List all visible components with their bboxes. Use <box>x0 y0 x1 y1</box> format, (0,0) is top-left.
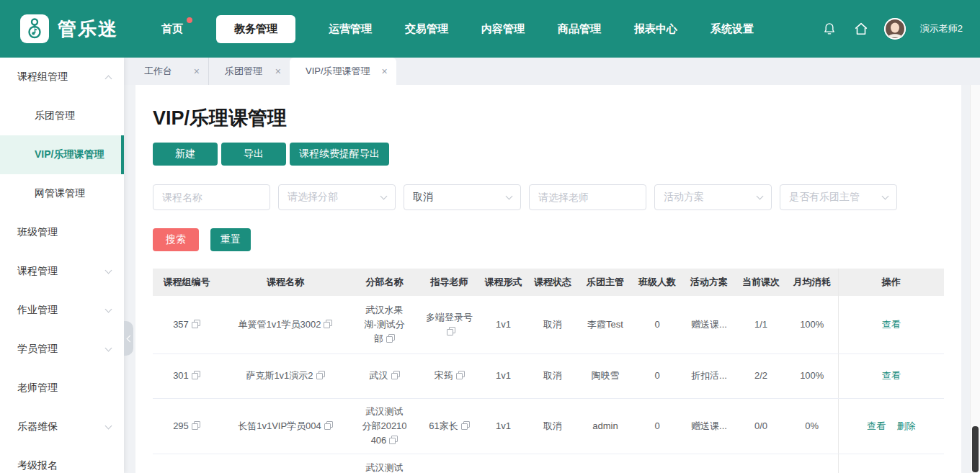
brand-name: 管乐迷 <box>58 17 118 42</box>
app-window: 管乐迷 首页 教务管理 运营管理 交易管理 内容管理 商品管理 报 <box>0 0 980 473</box>
close-icon[interactable]: × <box>194 66 200 76</box>
sidebar-item-exam-registration[interactable]: 考级报名 <box>0 446 124 473</box>
home-icon[interactable] <box>852 20 870 37</box>
chevron-down-icon <box>105 344 112 351</box>
reset-button[interactable]: 重置 <box>210 228 251 251</box>
col-header-form: 课程形式 <box>480 269 527 296</box>
sidebar-item-vip-theory-mgmt[interactable]: VIP/乐理课管理 <box>0 135 124 174</box>
course-table: 课程组编号 课程名称 分部名称 指导老师 课程形式 课程状态 乐团主管 班级人数… <box>153 269 944 473</box>
sidebar-item-homework-mgmt[interactable]: 作业管理 <box>0 291 124 330</box>
nav-item-home[interactable]: 首页 <box>161 22 183 36</box>
copy-icon[interactable] <box>316 371 325 379</box>
nav-item-operation-mgmt[interactable]: 运营管理 <box>329 22 372 36</box>
orchestra-manager-select[interactable]: 是否有乐团主管 <box>780 184 897 210</box>
copy-icon[interactable] <box>391 371 400 379</box>
body-row: 课程组管理 乐团管理 VIP/乐理课管理 网管课管理 班级管理 课程管理 作业管… <box>0 58 980 473</box>
copy-icon[interactable] <box>192 320 200 328</box>
create-button[interactable]: 新建 <box>153 143 218 166</box>
sidebar-item-course-group-mgmt[interactable]: 课程组管理 <box>0 58 124 96</box>
navbar-right: 演示老师2 <box>821 18 963 40</box>
copy-icon[interactable] <box>324 320 332 328</box>
col-header-group-id: 课程组编号 <box>153 269 220 296</box>
sidebar-item-course-mgmt[interactable]: 课程管理 <box>0 252 124 291</box>
scrollbar-thumb[interactable] <box>972 426 979 472</box>
copy-icon[interactable] <box>447 327 455 335</box>
table-row: 295 长笛1v1VIP学员004 武汉测试分部20210406 61家长 1v… <box>153 398 944 454</box>
tabs-bar: 工作台 × 乐团管理 × VIP/乐理课管理 × <box>124 58 980 85</box>
course-name-input[interactable] <box>153 184 270 210</box>
delete-link[interactable]: 删除 <box>897 420 916 431</box>
copy-icon[interactable] <box>456 371 465 379</box>
renewal-export-button[interactable]: 课程续费提醒导出 <box>290 143 389 166</box>
copy-icon[interactable] <box>324 421 333 430</box>
content-card: VIP/乐理课管理 新建 导出 课程续费提醒导出 请选择分部 取消 <box>135 85 961 473</box>
close-icon[interactable]: × <box>275 66 281 76</box>
copy-icon[interactable] <box>386 334 395 343</box>
col-header-manager: 乐团主管 <box>579 269 632 296</box>
col-header-plan: 活动方案 <box>682 269 736 296</box>
view-link[interactable]: 查看 <box>867 420 886 431</box>
copy-icon[interactable] <box>192 371 200 379</box>
sidebar: 课程组管理 乐团管理 VIP/乐理课管理 网管课管理 班级管理 课程管理 作业管… <box>0 58 124 473</box>
sidebar-item-student-mgmt[interactable]: 学员管理 <box>0 330 124 369</box>
nav-item-system-settings[interactable]: 系统设置 <box>710 22 754 36</box>
chevron-up-icon <box>105 75 112 82</box>
bell-icon[interactable] <box>821 20 838 37</box>
col-header-status: 课程状态 <box>527 269 579 296</box>
table-row: 357 单簧管1v1学员3002 武汉水果湖-测试分部 多端登录号 1v1 取消… <box>153 296 944 353</box>
brand[interactable]: 管乐迷 <box>20 14 118 43</box>
page-content: VIP/乐理课管理 新建 导出 课程续费提醒导出 请选择分部 取消 <box>124 85 980 473</box>
course-status-select[interactable]: 取消 <box>404 184 521 210</box>
sidebar-collapse-handle[interactable] <box>124 321 133 356</box>
sidebar-item-class-mgmt[interactable]: 班级管理 <box>0 213 124 252</box>
chevron-down-icon <box>757 192 764 199</box>
nav-item-trade-mgmt[interactable]: 交易管理 <box>405 22 448 36</box>
search-button[interactable]: 搜索 <box>153 228 199 251</box>
action-buttons: 新建 导出 课程续费提醒导出 <box>153 143 944 166</box>
table-header-row: 课程组编号 课程名称 分部名称 指导老师 课程形式 课程状态 乐团主管 班级人数… <box>153 269 944 296</box>
tab-workbench[interactable]: 工作台 × <box>128 58 209 85</box>
sidebar-item-instrument-maintenance[interactable]: 乐器维保 <box>0 407 124 446</box>
main-area: 工作台 × 乐团管理 × VIP/乐理课管理 × VIP/乐理课管理 新建 <box>124 58 980 473</box>
search-toolbar: 搜索 重置 <box>153 228 944 251</box>
chevron-down-icon <box>105 422 112 429</box>
close-icon[interactable]: × <box>382 66 388 76</box>
chevron-down-icon <box>105 266 112 274</box>
tab-orchestra-mgmt[interactable]: 乐团管理 × <box>209 58 290 85</box>
chevron-down-icon <box>882 192 889 199</box>
username[interactable]: 演示老师2 <box>920 22 963 35</box>
teacher-select-input[interactable] <box>529 184 646 210</box>
col-header-teacher: 指导老师 <box>419 269 480 296</box>
main-nav: 首页 教务管理 运营管理 交易管理 内容管理 商品管理 报表中心 系统设置 <box>161 15 754 43</box>
col-header-actions: 操作 <box>838 269 944 296</box>
avatar[interactable] <box>884 18 906 40</box>
brand-logo-icon <box>20 14 49 43</box>
chevron-down-icon <box>506 192 513 199</box>
nav-item-report-center[interactable]: 报表中心 <box>634 22 677 36</box>
export-button[interactable]: 导出 <box>221 143 286 166</box>
vertical-scrollbar[interactable] <box>970 85 980 473</box>
sidebar-item-web-course-mgmt[interactable]: 网管课管理 <box>0 174 124 213</box>
sidebar-item-teacher-mgmt[interactable]: 老师管理 <box>0 369 124 407</box>
copy-icon[interactable] <box>389 436 398 444</box>
col-header-class-size: 班级人数 <box>632 269 682 296</box>
notification-dot-icon <box>187 17 192 23</box>
copy-icon[interactable] <box>461 421 470 430</box>
activity-plan-select[interactable]: 活动方案 <box>654 184 772 210</box>
nav-item-content-mgmt[interactable]: 内容管理 <box>481 22 525 36</box>
top-navbar: 管乐迷 首页 教务管理 运营管理 交易管理 内容管理 商品管理 报 <box>0 0 980 58</box>
copy-icon[interactable] <box>192 421 200 430</box>
page-title: VIP/乐理课管理 <box>153 105 944 131</box>
chevron-left-icon <box>126 335 133 342</box>
view-link[interactable]: 查看 <box>882 370 901 381</box>
nav-item-academic-mgmt[interactable]: 教务管理 <box>216 15 295 43</box>
col-header-course-name: 课程名称 <box>220 269 350 296</box>
view-link[interactable]: 查看 <box>882 319 901 330</box>
col-header-branch: 分部名称 <box>350 269 419 296</box>
tab-vip-theory-mgmt[interactable]: VIP/乐理课管理 × <box>290 58 396 85</box>
nav-item-goods-mgmt[interactable]: 商品管理 <box>558 22 601 36</box>
sidebar-item-orchestra-mgmt[interactable]: 乐团管理 <box>0 96 124 135</box>
branch-select[interactable]: 请选择分部 <box>278 184 396 210</box>
table-row: 301 萨克斯1v1演示2 武汉 宋筠 1v1 取消 陶映雪 0 折扣活... … <box>153 353 944 398</box>
filter-row: 请选择分部 取消 活动方案 是否有乐团主管 <box>153 184 944 210</box>
